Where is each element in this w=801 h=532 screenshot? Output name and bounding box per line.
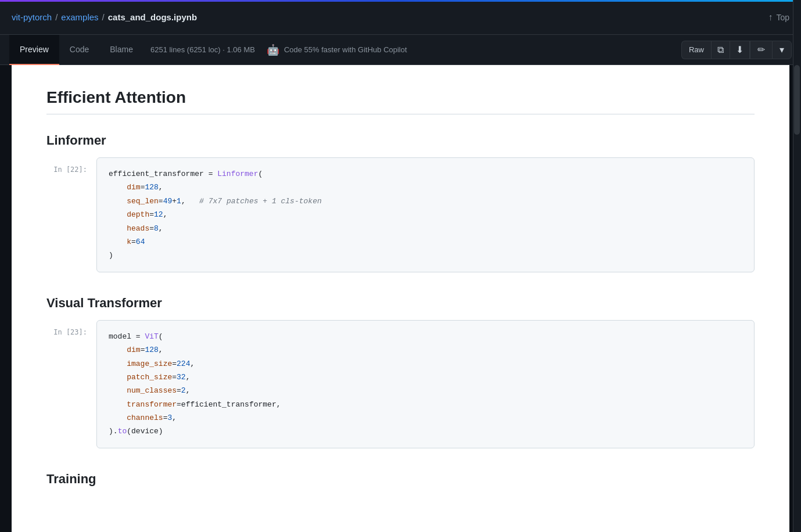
code-line-7: ): [109, 249, 742, 262]
chevron-down-icon: ▾: [780, 44, 784, 55]
vit-line-5: num_classes=2,: [109, 384, 742, 397]
breadcrumb-sep-1: /: [55, 12, 58, 22]
breadcrumb-repo[interactable]: vit-pytorch: [12, 12, 52, 22]
top-link[interactable]: ↑ Top: [768, 12, 789, 23]
main-title: Efficient Attention: [46, 88, 755, 114]
tab-blame[interactable]: Blame: [99, 35, 143, 65]
section-training-title: Training: [46, 472, 755, 487]
tab-preview[interactable]: Preview: [9, 35, 59, 65]
vit-line-3: image_size=224,: [109, 357, 742, 371]
code-line-3: seq_len=49+1, # 7x7 patches + 1 cls-toke…: [109, 195, 742, 208]
cell-23-label: In [23]:: [46, 320, 87, 336]
file-meta-text: 6251 lines (6251 loc) · 1.06 MB: [150, 45, 255, 54]
file-toolbar: Preview Code Blame 6251 lines (6251 loc)…: [0, 35, 801, 65]
download-icon: ⬇: [736, 44, 743, 55]
toolbar-btn-group: Raw ⧉ ⬇ ✏ ▾: [681, 41, 792, 59]
vit-line-4: patch_size=32,: [109, 371, 742, 384]
gradient-bar: [0, 0, 801, 2]
cell-23: In [23]: model = ViT( dim=128, image_siz…: [46, 320, 755, 448]
code-line-4: depth=12,: [109, 208, 742, 221]
copy-button[interactable]: ⧉: [711, 41, 730, 59]
section-linformer-title: Linformer: [46, 133, 755, 148]
scrollbar-track[interactable]: [793, 0, 801, 532]
copilot-badge: 🤖 Code 55% faster with GitHub Copilot: [267, 44, 407, 56]
topbar: vit-pytorch / examples / cats_and_dogs.i…: [0, 0, 801, 35]
top-arrow-icon: ↑: [768, 12, 773, 23]
code-line-1: efficient_transformer = Linformer(: [109, 167, 742, 181]
vit-line-6: transformer=efficient_transformer,: [109, 398, 742, 411]
tab-code[interactable]: Code: [59, 35, 99, 65]
cell-22: In [22]: efficient_transformer = Linform…: [46, 157, 755, 272]
vit-line-1: model = ViT(: [109, 330, 742, 343]
vit-line-2: dim=128,: [109, 343, 742, 357]
vit-line-8: ).to(device): [109, 425, 742, 438]
cell-22-label: In [22]:: [46, 157, 87, 174]
copy-icon: ⧉: [717, 45, 724, 55]
vit-line-7: channels=3,: [109, 411, 742, 425]
breadcrumb-folder[interactable]: examples: [61, 12, 98, 22]
copilot-text: Code 55% faster with GitHub Copilot: [284, 45, 407, 54]
code-line-5: heads=8,: [109, 222, 742, 235]
raw-button[interactable]: Raw: [681, 41, 711, 59]
breadcrumb-sep-2: /: [102, 12, 105, 22]
breadcrumb-filename: cats_and_dogs.ipynb: [108, 12, 197, 22]
code-line-6: k=64: [109, 235, 742, 249]
section-vit-title: Visual Transformer: [46, 296, 755, 311]
breadcrumb: vit-pytorch / examples / cats_and_dogs.i…: [12, 12, 197, 22]
scrollbar-thumb[interactable]: [794, 65, 800, 135]
pencil-icon: ✏: [757, 44, 765, 55]
cell-22-code[interactable]: efficient_transformer = Linformer( dim=1…: [96, 157, 755, 272]
toolbar-actions: Raw ⧉ ⬇ ✏ ▾: [681, 41, 792, 59]
file-meta: 6251 lines (6251 loc) · 1.06 MB: [150, 45, 255, 54]
edit-button[interactable]: ✏: [750, 41, 772, 59]
cell-23-code[interactable]: model = ViT( dim=128, image_size=224, pa…: [96, 320, 755, 448]
copilot-icon: 🤖: [267, 44, 279, 56]
download-button[interactable]: ⬇: [730, 41, 750, 59]
top-label: Top: [776, 13, 789, 22]
code-line-2: dim=128,: [109, 181, 742, 194]
notebook-content: Efficient Attention Linformer In [22]: e…: [12, 65, 789, 532]
more-options-button[interactable]: ▾: [772, 41, 792, 59]
